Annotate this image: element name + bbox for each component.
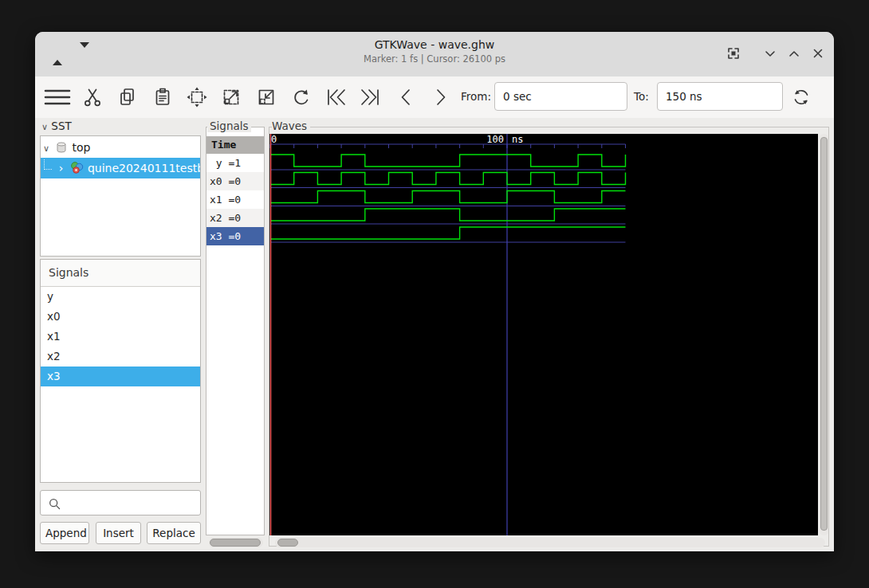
title-area: GTKWave - wave.ghw Marker: 1 fs | Cursor… [35,38,834,65]
menu-icon [44,86,71,108]
zoom-out-icon [255,86,277,108]
toolbar: From: To: [35,76,834,119]
replace-button[interactable]: Replace [147,522,201,544]
zoom-in-button[interactable] [220,86,242,111]
undo-icon [290,86,313,108]
facility-row-x0[interactable]: x0 [41,307,200,327]
chevron-right-icon [431,86,451,108]
append-button[interactable]: Append [40,522,89,544]
copy-icon [116,86,139,108]
sst-header[interactable]: ∨ SST [41,120,72,132]
expander-down-icon[interactable]: ∨ [41,139,52,159]
cut-button[interactable] [81,86,104,111]
window-title: GTKWave - wave.ghw [35,38,834,51]
tree-connector [44,159,52,170]
signals-hscrollbar[interactable] [209,538,263,547]
svg-text:100: 100 [486,134,504,145]
trace-label-x0[interactable]: x0 =0 [206,172,264,190]
skip-to-end-button[interactable] [357,86,383,111]
close-icon [810,45,826,61]
menu-button[interactable] [44,86,71,111]
from-input[interactable] [494,82,627,111]
search-icon [47,496,61,511]
screen: GTKWave - wave.ghw Marker: 1 fs | Cursor… [0,0,869,588]
expander-right-icon[interactable]: › [55,158,66,178]
from-label: From: [461,90,491,103]
zoom-fit-icon [186,86,208,108]
shift-left-button[interactable] [395,86,416,111]
paste-icon [151,86,174,108]
shift-right-button[interactable] [431,86,451,111]
testbench-gears-icon [70,160,84,181]
zoom-fit-button[interactable] [186,86,208,111]
marker-cursor-status: Marker: 1 fs | Cursor: 26100 ps [35,53,834,65]
trace-label-x3[interactable]: x3 =0 [206,227,264,245]
facility-list-panel: Signals y x0 x1 x2 x3 [40,259,201,483]
signal-search[interactable] [40,490,201,515]
trace-label-x1[interactable]: x1 =0 [206,190,264,209]
skip-to-start-button[interactable] [324,86,349,111]
tree-item-top[interactable]: ∨ top [41,136,200,158]
sst-collapse-icon: ∨ [41,122,48,132]
minimize-button[interactable] [762,45,778,64]
tree-item-testbench-label: quine20240111testbench [88,162,201,174]
trace-label-y[interactable]: y =1 [206,154,264,172]
facility-row-y[interactable]: y [41,287,200,307]
svg-text:0: 0 [271,134,277,145]
tree-item-top-label: top [72,141,90,154]
waves-vscrollbar-thumb[interactable] [820,137,828,531]
chevron-down-icon [762,45,778,61]
cut-icon [81,86,104,108]
wave-svg: 0100ns [269,134,818,535]
tree-item-testbench[interactable]: › quine20240111testbench [41,158,200,178]
close-button[interactable] [810,45,826,64]
chevron-left-icon [395,86,416,108]
signals-frame-label: Signals [207,120,251,132]
skip-to-end-icon [357,86,383,108]
to-label: To: [634,90,649,103]
paste-button[interactable] [151,86,174,111]
gtkwave-window: GTKWave - wave.ghw Marker: 1 fs | Cursor… [35,32,834,551]
maximize-button[interactable] [786,45,802,64]
sst-tree: ∨ top › [40,135,201,257]
sst-label: SST [51,120,71,132]
copy-button[interactable] [116,86,139,111]
waves-frame-label: Waves [272,120,310,132]
fullscreen-button[interactable] [725,45,741,64]
search-input[interactable] [65,493,199,514]
reload-button[interactable] [789,86,813,111]
reload-icon [789,86,813,108]
signals-values-panel: Time y =1 x0 =0 x1 =0 x2 =0 x3 =0 [206,127,265,535]
waves-vscrollbar[interactable] [820,134,828,535]
time-header[interactable]: Time [206,136,264,154]
undo-button[interactable] [290,86,313,111]
zoom-in-icon [220,86,242,108]
titlebar[interactable]: GTKWave - wave.ghw Marker: 1 fs | Cursor… [35,32,834,77]
skip-to-start-icon [324,86,349,108]
svg-text:ns: ns [512,134,523,145]
facility-row-x3[interactable]: x3 [41,367,200,386]
to-input[interactable] [657,82,783,111]
waves-hscrollbar-thumb[interactable] [277,539,298,547]
signals-hscrollbar-thumb[interactable] [210,539,261,547]
facility-list-header[interactable]: Signals [41,260,200,287]
facility-row-x2[interactable]: x2 [41,347,200,367]
facility-row-x1[interactable]: x1 [41,327,200,347]
chevron-up-icon [786,45,802,61]
wave-canvas[interactable]: 0100ns [269,134,818,535]
waves-hscrollbar[interactable] [275,538,825,547]
trace-label-x2[interactable]: x2 =0 [206,209,264,227]
fullscreen-icon [725,45,741,61]
main-content: ∨ SST ∨ top › [35,118,834,551]
insert-button[interactable]: Insert [96,522,141,544]
zoom-out-button[interactable] [255,86,277,111]
